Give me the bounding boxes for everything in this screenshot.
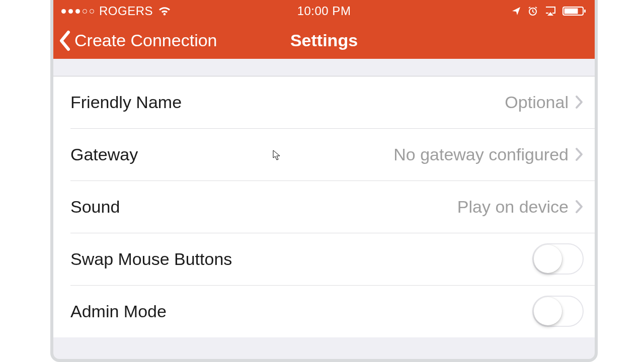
row-admin-mode: Admin Mode [53,285,595,337]
carrier-label: ROGERS [99,4,153,18]
row-label: Swap Mouse Buttons [70,249,532,269]
settings-list: Friendly Name Optional Gateway No gatewa… [53,76,595,337]
svg-rect-3 [584,10,586,13]
status-bar: ROGERS 10:00 PM [53,0,595,22]
battery-icon [562,6,587,16]
content-area: Friendly Name Optional Gateway No gatewa… [53,59,595,359]
svg-rect-2 [565,9,578,14]
row-value: No gateway configured [393,145,569,164]
admin-mode-toggle[interactable] [532,296,584,327]
row-label: Admin Mode [70,302,532,321]
swap-mouse-toggle[interactable] [532,243,584,275]
row-value: Optional [505,93,569,112]
wifi-icon [158,6,171,16]
chevron-right-icon [575,147,584,162]
row-sound[interactable]: Sound Play on device [53,180,595,233]
navigation-bar: Create Connection Settings [53,22,595,59]
alarm-icon [527,6,538,17]
row-label: Sound [70,197,457,217]
row-gateway[interactable]: Gateway No gateway configured [53,128,595,180]
chevron-left-icon [58,30,71,51]
row-swap-mouse-buttons: Swap Mouse Buttons [53,233,595,285]
chevron-right-icon [575,95,584,110]
signal-strength-icon [61,9,94,14]
section-spacer [53,59,595,76]
location-icon [511,6,521,16]
row-friendly-name[interactable]: Friendly Name Optional [53,76,595,128]
status-left: ROGERS [61,4,297,18]
status-time: 10:00 PM [297,4,351,18]
row-label: Gateway [70,145,393,164]
back-button[interactable]: Create Connection [53,30,217,51]
airplay-icon [544,6,556,16]
device-frame: ROGERS 10:00 PM Create [50,0,598,362]
status-right [351,6,587,17]
chevron-right-icon [575,199,584,214]
back-label: Create Connection [74,31,217,50]
row-label: Friendly Name [70,93,505,112]
row-value: Play on device [457,197,569,217]
